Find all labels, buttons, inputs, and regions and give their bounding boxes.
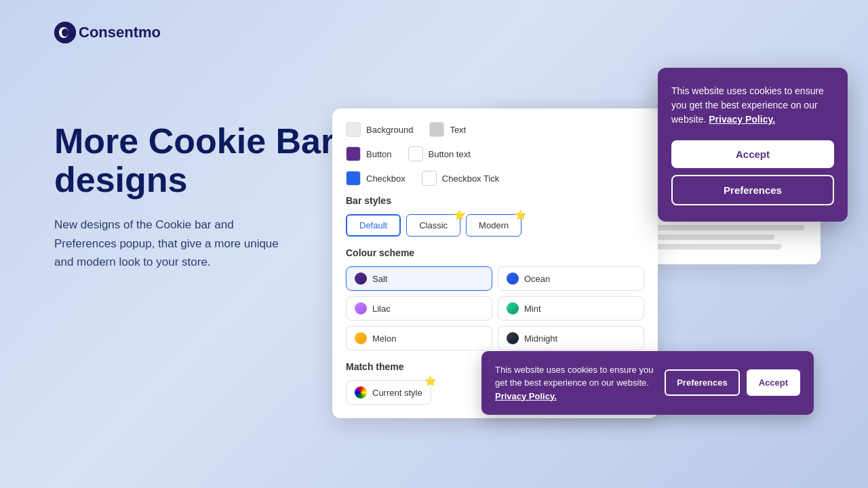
swatch-button-text	[408, 146, 423, 161]
color-label-button: Button	[366, 149, 392, 159]
popup-preferences-button[interactable]: Preferences	[671, 175, 834, 205]
popup-accept-button[interactable]: Accept	[671, 140, 834, 168]
colour-ocean[interactable]: Ocean	[498, 266, 644, 291]
colour-scheme-label: Colour scheme	[346, 247, 644, 258]
colour-dot-lilac	[355, 302, 367, 314]
colour-mint[interactable]: Mint	[498, 296, 644, 321]
cookie-popup-text: This website uses cookies to ensure you …	[671, 84, 834, 127]
colour-midnight[interactable]: Midnight	[498, 326, 644, 350]
colour-label-lilac: Lilac	[372, 304, 391, 314]
current-style-btn[interactable]: Current style ⭐	[346, 380, 431, 405]
color-item-checkbox-tick: Checkbox Tick	[422, 171, 500, 186]
logo: Consentmo	[54, 22, 161, 43]
color-label-background: Background	[366, 125, 413, 135]
color-item-background: Background	[346, 122, 413, 137]
colour-label-melon: Melon	[372, 333, 396, 344]
color-label-checkbox-tick: Checkbox Tick	[442, 174, 500, 184]
logo-text: Consentmo	[79, 24, 161, 41]
star-badge-current-style: ⭐	[425, 375, 436, 386]
swatch-background	[346, 122, 361, 137]
color-item-checkbox: Checkbox	[346, 171, 406, 186]
colour-dot-salt	[355, 272, 367, 285]
colour-dot-midnight	[507, 332, 519, 344]
current-style-label: Current style	[372, 388, 422, 398]
star-badge-classic: ⭐	[454, 209, 465, 220]
logo-icon	[54, 22, 76, 43]
color-row-3: Checkbox Checkbox Tick	[346, 171, 644, 186]
color-item-text: Text	[429, 122, 466, 137]
colour-label-mint: Mint	[524, 304, 541, 314]
bar-style-default[interactable]: Default	[346, 214, 401, 237]
bar-styles-label: Bar styles	[346, 195, 644, 206]
colour-scheme-grid: Salt Ocean Lilac Mint Melon Midnight	[346, 266, 644, 350]
left-content: More Cookie Bar designs New designs of t…	[54, 122, 339, 271]
bar-style-modern[interactable]: Modern ⭐	[466, 214, 521, 237]
color-label-checkbox: Checkbox	[366, 174, 406, 184]
color-row-1: Background Text	[346, 122, 644, 137]
sub-text: New designs of the Cookie bar and Prefer…	[54, 216, 298, 271]
current-style-icon	[355, 386, 367, 399]
main-heading: More Cookie Bar designs	[54, 122, 339, 199]
colour-lilac[interactable]: Lilac	[346, 296, 492, 321]
swatch-checkbox-tick	[422, 171, 437, 186]
color-label-text: Text	[450, 125, 466, 135]
cookie-bar-text: This website uses cookies to ensure you …	[495, 363, 654, 403]
svg-point-2	[62, 28, 68, 37]
colour-label-salt: Salt	[372, 274, 387, 284]
star-badge-modern: ⭐	[515, 209, 526, 220]
bar-styles-group: Default Classic ⭐ Modern ⭐	[346, 214, 644, 237]
colour-label-midnight: Midnight	[524, 333, 557, 344]
colour-label-ocean: Ocean	[524, 274, 550, 284]
bar-buttons: Preferences Accept	[665, 369, 800, 396]
preview-line-4	[646, 244, 781, 249]
colour-salt[interactable]: Salt	[346, 266, 492, 291]
cookie-bar-link[interactable]: Privacy Policy.	[495, 391, 557, 401]
bar-style-classic[interactable]: Classic ⭐	[406, 214, 460, 237]
bar-preferences-button[interactable]: Preferences	[665, 369, 739, 396]
bar-accept-button[interactable]: Accept	[747, 369, 800, 396]
swatch-checkbox	[346, 171, 361, 186]
color-item-button-text: Button text	[408, 146, 471, 161]
color-item-button: Button	[346, 146, 392, 161]
colour-melon[interactable]: Melon	[346, 326, 492, 350]
colour-dot-ocean	[507, 272, 519, 285]
color-label-button-text: Button text	[429, 149, 471, 159]
colour-dot-mint	[507, 302, 519, 314]
cookie-popup: This website uses cookies to ensure you …	[658, 68, 848, 222]
swatch-text	[429, 122, 444, 137]
color-row-2: Button Button text	[346, 146, 644, 161]
swatch-button	[346, 146, 361, 161]
cookie-popup-link[interactable]: Privacy Policy.	[709, 114, 775, 125]
colour-dot-melon	[355, 332, 367, 344]
cookie-bar-bottom: This website uses cookies to ensure you …	[481, 351, 814, 415]
